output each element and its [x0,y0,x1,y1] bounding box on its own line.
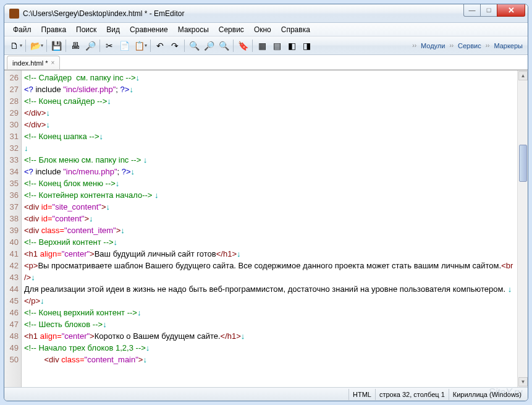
code-line[interactable]: <p>Вы просматриваете шаблон Вашего будущ… [24,260,517,283]
chevron-icon: ›› [410,42,418,49]
editor: 2627282930313233343536373839404142434445… [4,70,528,387]
titlebar[interactable]: C:\Users\Sergey\Desktop\index.html * - E… [4,4,528,23]
grid-button[interactable]: ▦ [255,39,269,53]
code-line[interactable]: <div id="site_content">↓ [24,201,517,213]
code-line[interactable]: <!-- Конец шапка -->↓ [24,130,517,142]
code-line[interactable]: <!-- Шесть блоков -->↓ [24,318,517,330]
new-file-button[interactable]: 🗋 [7,39,21,53]
code-line[interactable]: <!-- Конец верхний контент -->↓ [24,307,517,318]
zoom-in-button[interactable]: 🔎 [202,39,216,53]
menubar: ФайлПравкаПоискВидСравнениеМакросыСервис… [4,23,528,36]
cut-button[interactable]: ✂ [103,39,116,53]
code-line[interactable]: <!-- Блок меню см. папку inc --> ↓ [24,154,517,166]
menu-правка[interactable]: Правка [36,23,72,36]
code-line[interactable]: <div class="content_item">↓ [24,224,517,236]
find-button[interactable]: 🔍 [187,39,201,53]
code-line[interactable]: </p>↓ [24,295,517,307]
statusbar: HTML строка 32, столбец 1 Кириллица (Win… [4,387,528,401]
print-button[interactable]: 🖶 [69,39,82,53]
undo-button[interactable]: ↶ [153,39,167,53]
maximize-button[interactable]: □ [480,4,497,17]
code-line[interactable]: </div>↓ [24,119,517,130]
status-language: HTML [348,389,375,400]
menu-файл[interactable]: Файл [8,23,36,36]
menu-сервис[interactable]: Сервис [214,23,249,36]
scroll-up-button[interactable]: ▲ [518,71,528,80]
code-line[interactable]: <div id="content">↓ [24,213,517,224]
highlight1-button[interactable]: ◧ [285,39,298,53]
code-line[interactable]: <? include "inc/slider.php"; ?>↓ [24,83,517,95]
highlight2-button[interactable]: ◨ [300,39,313,53]
code-line[interactable]: <h1 align="center">Ваш будущий личный са… [24,248,517,260]
chevron-icon: ›› [484,42,492,49]
tabbar: index.html * × [4,55,528,70]
code-line[interactable]: <!-- Слайдер см. папку inc -->↓ [24,72,517,83]
document-tab[interactable]: index.html * × [7,56,60,69]
preview-button[interactable]: 🔎 [83,39,97,53]
menu-справка[interactable]: Справка [276,23,315,36]
code-line[interactable]: <!-- Конец слайдер -->↓ [24,95,517,107]
paste-button[interactable]: 📋 [132,39,146,53]
code-line[interactable]: <!-- Конец блок меню -->↓ [24,177,517,189]
window-title: C:\Users\Sergey\Desktop\index.html * - E… [23,9,464,18]
watermark: SiteY.ru [489,387,523,398]
wrap-button[interactable]: ▤ [270,39,284,53]
markers-tool[interactable]: Маркеры [491,42,525,49]
code-line[interactable]: <!-- Верхний контент -->↓ [24,236,517,248]
copy-button[interactable]: 📄 [117,39,131,53]
status-position: строка 32, столбец 1 [375,389,449,400]
app-icon [9,9,19,19]
vertical-scrollbar[interactable]: ▲ ▼ [517,70,528,387]
code-line[interactable]: <? include "inc/menu.php"; ?>↓ [24,166,517,177]
chevron-icon: ›› [447,42,455,49]
tab-close-icon[interactable]: × [51,59,54,66]
toolbar: 🗋▾ 📂▾ 💾 🖶 🔎 ✂ 📄 📋▾ ↶ ↷ 🔍 🔎 🔍 🔖 ▦ ▤ ◧ ◨ ›… [4,36,528,55]
menu-вид[interactable]: Вид [101,23,125,36]
line-gutter: 2627282930313233343536373839404142434445… [4,70,22,387]
code-line[interactable]: <div class="content_main">↓ [24,354,517,365]
code-line[interactable]: ↓ [24,142,517,154]
menu-поиск[interactable]: Поиск [71,23,101,36]
bookmark-button[interactable]: 🔖 [236,39,250,53]
code-line[interactable]: <h1 align="center">Коротко о Вашем будущ… [24,330,517,342]
code-line[interactable]: <!-- Начало трех блоков 1,2,3 -->↓ [24,342,517,354]
close-button[interactable]: ✕ [497,4,525,17]
menu-макросы[interactable]: Макросы [173,23,214,36]
zoom-out-button[interactable]: 🔍 [217,39,230,53]
code-line[interactable]: Для реализации этой идеи в жизнь не надо… [24,283,517,295]
save-button[interactable]: 💾 [49,39,63,53]
code-line[interactable]: <!-- Контейнер контента начало--> ↓ [24,189,517,201]
code-line[interactable]: </div>↓ [24,107,517,119]
tab-label: index.html * [12,59,48,67]
scroll-down-button[interactable]: ▼ [518,377,528,386]
menu-окно[interactable]: Окно [249,23,276,36]
menu-сравнение[interactable]: Сравнение [125,23,173,36]
code-area[interactable]: <!-- Слайдер см. папку inc -->↓<? includ… [22,70,517,387]
service-tool[interactable]: Сервис [455,42,484,49]
scroll-thumb[interactable] [519,145,527,182]
redo-button[interactable]: ↷ [168,39,182,53]
modules-tool[interactable]: Модули [418,42,447,49]
open-file-button[interactable]: 📂 [28,39,42,53]
minimize-button[interactable]: — [463,4,481,17]
app-window: C:\Users\Sergey\Desktop\index.html * - E… [4,4,528,401]
